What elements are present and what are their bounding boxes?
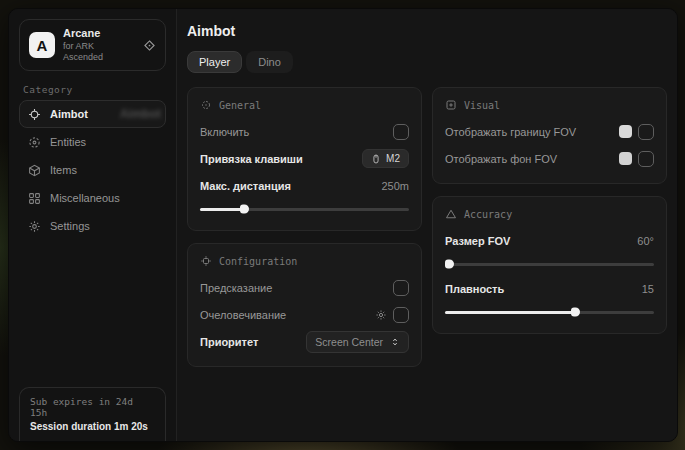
- prediction-checkbox[interactable]: [393, 280, 409, 296]
- slider-thumb[interactable]: [445, 260, 454, 269]
- package-icon: [28, 164, 41, 177]
- sidebar-item-entities[interactable]: Entities: [19, 128, 166, 156]
- fov-bg-checkbox[interactable]: [638, 151, 654, 167]
- tab-bar: Player Dino: [187, 51, 667, 73]
- panel-title: General: [219, 100, 261, 111]
- smoothness-value: 15: [642, 283, 654, 295]
- keybind-label: Привязка клавиши: [200, 153, 303, 165]
- panel-title: Visual: [464, 100, 500, 111]
- max-distance-value: 250m: [381, 180, 409, 192]
- slider-thumb[interactable]: [240, 205, 249, 214]
- enable-checkbox[interactable]: [393, 124, 409, 140]
- tab-player[interactable]: Player: [187, 51, 242, 73]
- tab-dino[interactable]: Dino: [246, 51, 293, 73]
- fov-bg-color-swatch[interactable]: [619, 152, 632, 165]
- keybind-value: M2: [386, 153, 400, 164]
- gear-icon: [28, 220, 41, 233]
- sidebar-item-settings[interactable]: Settings: [19, 212, 166, 240]
- app-name: Arcane: [63, 27, 135, 41]
- slider-thumb[interactable]: [571, 308, 580, 317]
- sidebar-nav: Aimbot Aimbot Entities Items Miscellane: [9, 100, 176, 240]
- scope-icon: [200, 99, 212, 111]
- fov-size-label: Размер FOV: [445, 235, 510, 247]
- chevron-up-down-icon: [390, 337, 400, 347]
- panel-visual: Visual Отображать границу FOV Отображать…: [432, 87, 667, 184]
- enable-label: Включить: [200, 126, 249, 138]
- diamond-target-icon[interactable]: [143, 39, 156, 52]
- fov-border-color-swatch[interactable]: [619, 125, 632, 138]
- sub-expires-text: Sub expires in 24d 15h: [30, 396, 155, 418]
- main-content: Aimbot Player Dino General Включить: [177, 9, 678, 441]
- fov-border-checkbox[interactable]: [638, 124, 654, 140]
- fov-size-value: 60°: [637, 235, 654, 247]
- category-label: Category: [23, 84, 162, 95]
- priority-label: Приоритет: [200, 336, 258, 348]
- panel-general: General Включить Привязка клавиши M2: [187, 87, 422, 231]
- subscription-info-card: Sub expires in 24d 15h Session duration …: [19, 387, 166, 441]
- max-distance-label: Макс. дистанция: [200, 180, 291, 192]
- brand-card: A Arcane for ARK Ascended: [19, 19, 166, 71]
- panel-title: Configuration: [219, 256, 297, 267]
- sidebar-item-aimbot[interactable]: Aimbot Aimbot: [19, 100, 166, 128]
- app-subtitle: for ARK Ascended: [63, 41, 135, 64]
- sidebar-item-items[interactable]: Items: [19, 156, 166, 184]
- mouse-icon: [371, 154, 381, 164]
- sidebar-item-label: Entities: [50, 136, 86, 148]
- smoothness-label: Плавность: [445, 283, 504, 295]
- aimbot-ghost-watermark: Aimbot: [120, 107, 161, 121]
- crosshair-icon: [28, 108, 41, 121]
- prediction-label: Предсказание: [200, 282, 272, 294]
- fov-border-label: Отображать границу FOV: [445, 126, 576, 138]
- humanization-settings-gear-icon[interactable]: [375, 309, 387, 321]
- image-plus-icon: [445, 99, 457, 111]
- triangle-icon: [445, 208, 457, 220]
- fov-size-slider[interactable]: [445, 259, 654, 269]
- grid-icon: [28, 192, 41, 205]
- panel-configuration: Configuration Предсказание Очеловечивани…: [187, 243, 422, 367]
- humanization-checkbox[interactable]: [393, 307, 409, 323]
- keybind-button[interactable]: M2: [362, 149, 409, 168]
- chip-icon: [200, 255, 212, 267]
- humanization-label: Очеловечивание: [200, 309, 286, 321]
- app-logo: A: [29, 32, 55, 58]
- sidebar-item-label: Items: [50, 164, 77, 176]
- sidebar: A Arcane for ARK Ascended Category Aimbo…: [9, 9, 177, 441]
- page-title: Aimbot: [187, 23, 667, 39]
- fov-bg-label: Отображать фон FOV: [445, 153, 557, 165]
- priority-value: Screen Center: [315, 336, 383, 348]
- radar-icon: [28, 136, 41, 149]
- priority-select[interactable]: Screen Center: [306, 331, 409, 353]
- smoothness-slider[interactable]: [445, 307, 654, 317]
- sidebar-item-miscellaneous[interactable]: Miscellaneous: [19, 184, 166, 212]
- session-duration-text: Session duration 1m 20s: [30, 421, 155, 432]
- app-window: A Arcane for ARK Ascended Category Aimbo…: [8, 8, 678, 442]
- sidebar-item-label: Miscellaneous: [50, 192, 120, 204]
- panel-title: Accuracy: [464, 209, 512, 220]
- panel-accuracy: Accuracy Размер FOV 60° П: [432, 196, 667, 334]
- max-distance-slider[interactable]: [200, 204, 409, 214]
- sidebar-item-label: Settings: [50, 220, 90, 232]
- sidebar-item-label: Aimbot: [50, 108, 88, 120]
